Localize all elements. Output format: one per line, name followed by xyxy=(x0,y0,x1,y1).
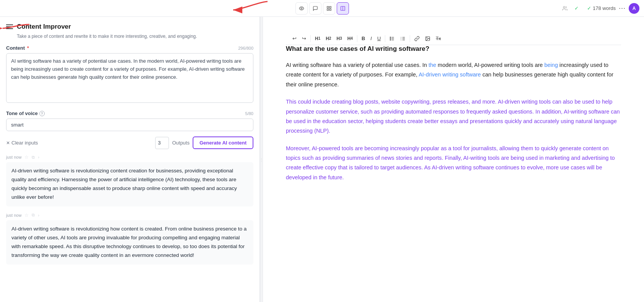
svg-rect-4 xyxy=(327,9,328,10)
svg-rect-5 xyxy=(329,9,331,10)
tone-info-icon[interactable]: ? xyxy=(39,111,45,116)
editor-body: What are the use cases of AI writing sof… xyxy=(286,45,621,182)
panel-divider[interactable]: ⋮ xyxy=(260,17,263,302)
svg-point-8 xyxy=(563,6,565,8)
h2-button[interactable]: H2 xyxy=(324,35,333,42)
tone-input[interactable] xyxy=(6,119,253,131)
editor-paragraph-1: AI writing software has a variety of pot… xyxy=(286,60,621,89)
content-textarea[interactable] xyxy=(6,53,253,103)
tone-label: Tone of voice ? xyxy=(6,110,45,116)
outputs-group: Outputs Generate AI content xyxy=(155,136,253,149)
toolbar-check-icon: ✓ xyxy=(572,4,581,13)
h3-button[interactable]: H3 xyxy=(334,35,344,42)
grid-button[interactable] xyxy=(323,2,335,15)
result-timestamp-2: just now xyxy=(6,213,21,218)
result-expand-1[interactable]: › xyxy=(38,155,39,159)
toolbar-separator xyxy=(357,35,357,42)
result-star-2[interactable]: ☆ xyxy=(24,213,29,218)
svg-point-15 xyxy=(390,39,391,40)
bullet-list-button[interactable] xyxy=(388,35,397,42)
word-count-label: 178 words xyxy=(593,5,616,11)
link-button[interactable] xyxy=(412,35,422,42)
clear-inputs-button[interactable]: ✕ Clear inputs xyxy=(6,140,38,146)
word-count: ✓ 178 words xyxy=(587,5,616,11)
h1-button[interactable]: H1 xyxy=(313,35,322,42)
content-counter: 296/800 xyxy=(238,46,253,50)
result-timestamp-1: just now xyxy=(6,155,21,159)
svg-rect-3 xyxy=(329,6,331,8)
svg-point-13 xyxy=(390,37,391,37)
svg-point-14 xyxy=(390,38,391,39)
content-label-text: Content xyxy=(6,45,25,51)
italic-button[interactable]: I xyxy=(368,34,374,42)
menu-button[interactable] xyxy=(6,24,13,29)
result-copy-2[interactable]: ⧉ xyxy=(32,213,35,218)
results-area: just now ☆ ⧉ › AI-driven writing softwar… xyxy=(0,154,260,302)
clear-format-button[interactable]: Tx xyxy=(434,35,443,42)
image-button[interactable] xyxy=(423,35,432,42)
outputs-number-input[interactable] xyxy=(155,137,169,149)
editor-toolbar: ↩ ↪ H1 H2 H3 H4 B I U 123 T xyxy=(286,32,621,45)
clear-x-icon: ✕ xyxy=(6,140,10,146)
highlight-5: Moreover, AI-powered tools are becoming … xyxy=(286,145,615,180)
toolbar-action-icons: ✓ xyxy=(560,4,581,13)
content-required-marker: * xyxy=(27,45,29,51)
check-icon: ✓ xyxy=(587,5,591,11)
avatar: A xyxy=(629,3,639,14)
svg-text:3: 3 xyxy=(401,39,402,41)
result-star-1[interactable]: ☆ xyxy=(24,154,29,160)
outputs-label: Outputs xyxy=(172,140,190,146)
comment-button[interactable] xyxy=(309,2,321,15)
editor-paragraph-2: This could include creating blog posts, … xyxy=(286,97,621,136)
highlight-4: This could include creating blog posts, … xyxy=(286,99,620,134)
svg-point-1 xyxy=(301,8,302,9)
result-text-1: AI-driven writing software is revolution… xyxy=(6,162,253,206)
split-view-button[interactable] xyxy=(337,2,349,15)
tone-counter: 5/80 xyxy=(245,111,253,116)
result-text-2: AI-driven writing software is revolution… xyxy=(6,220,253,265)
more-options-button[interactable]: ··· xyxy=(619,4,626,12)
toolbar-separator xyxy=(385,35,385,42)
highlight-1: the xyxy=(428,62,436,68)
toolbar-center xyxy=(295,2,349,15)
result-meta-2: just now ☆ ⧉ › xyxy=(6,213,253,218)
result-item: just now ☆ ⧉ › AI-driven writing softwar… xyxy=(6,213,253,265)
tone-field-row: Tone of voice ? 5/80 xyxy=(6,110,253,116)
redo-button[interactable]: ↪ xyxy=(300,34,308,42)
main-area: Content Improver Take a piece of content… xyxy=(0,17,644,302)
panel-title: Content Improver xyxy=(17,23,71,31)
toolbar-right: ✓ ✓ 178 words ··· A xyxy=(560,3,639,14)
clear-inputs-label: Clear inputs xyxy=(11,140,38,146)
action-row: ✕ Clear inputs Outputs Generate AI conte… xyxy=(0,131,260,154)
top-toolbar: ✓ ✓ 178 words ··· A xyxy=(0,0,644,17)
svg-rect-2 xyxy=(327,6,328,8)
editor-title: What are the use cases of AI writing sof… xyxy=(286,45,621,53)
svg-point-23 xyxy=(427,37,427,38)
panel-subtitle: Take a piece of content and rewrite it t… xyxy=(0,34,260,45)
toolbar-separator xyxy=(310,35,311,42)
tone-section: Tone of voice ? 5/80 xyxy=(0,104,260,131)
panel-header: Content Improver xyxy=(0,17,260,34)
result-expand-2[interactable]: › xyxy=(38,213,39,218)
preview-button[interactable] xyxy=(295,2,308,15)
content-field-label: Content * 296/800 xyxy=(6,45,253,51)
right-panel: ↩ ↪ H1 H2 H3 H4 B I U 123 T xyxy=(263,17,644,302)
content-section: Content * 296/800 xyxy=(0,45,260,104)
toolbar-user-icon[interactable] xyxy=(560,4,569,13)
bold-button[interactable]: B xyxy=(360,34,367,42)
toolbar-separator xyxy=(410,35,410,42)
editor-paragraph-3: Moreover, AI-powered tools are becoming … xyxy=(286,144,621,183)
numbered-list-button[interactable]: 123 xyxy=(398,35,407,42)
left-panel: Content Improver Take a piece of content… xyxy=(0,17,260,302)
underline-button[interactable]: U xyxy=(375,34,383,42)
highlight-2: being xyxy=(544,62,558,68)
result-copy-1[interactable]: ⧉ xyxy=(32,155,35,160)
result-item: just now ☆ ⧉ › AI-driven writing softwar… xyxy=(6,154,253,206)
highlight-3: AI-driven writing software xyxy=(419,71,481,78)
result-meta-1: just now ☆ ⧉ › xyxy=(6,154,253,160)
tone-label-text: Tone of voice xyxy=(6,110,38,116)
generate-button[interactable]: Generate AI content xyxy=(193,136,253,149)
undo-button[interactable]: ↩ xyxy=(290,34,298,42)
h4-button[interactable]: H4 xyxy=(346,35,355,42)
